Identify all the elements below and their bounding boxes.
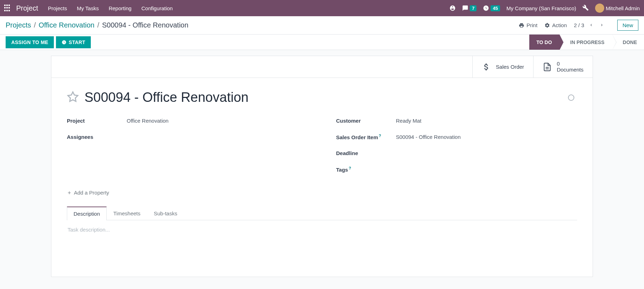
pager-next[interactable] — [598, 21, 605, 30]
label-project: Project — [67, 118, 127, 124]
value-project[interactable]: Office Renovation — [127, 118, 169, 124]
add-property-button[interactable]: Add a Property — [67, 190, 577, 196]
form-sheet: Sales Order 0 Documents S00094 - Office … — [51, 56, 593, 277]
control-bar: Projects / Office Renovation / S00094 - … — [0, 16, 644, 35]
menu-projects[interactable]: Projects — [48, 5, 67, 11]
user-menu[interactable]: Mitchell Admin — [595, 4, 640, 13]
form-fields: Project Office Renovation Customer Ready… — [67, 114, 577, 176]
stage-pills: TO DO IN PROGRESS DONE — [529, 35, 644, 50]
print-icon — [519, 23, 524, 28]
description-field[interactable]: Task description... — [67, 220, 577, 270]
pager-prev[interactable] — [588, 21, 595, 30]
tab-description[interactable]: Description — [67, 207, 107, 220]
label-tags: Tags? — [336, 166, 396, 173]
title-row: S00094 - Office Renovation — [67, 90, 577, 105]
documents-count: 0 — [557, 61, 583, 67]
plus-icon — [67, 190, 72, 195]
breadcrumb-root[interactable]: Projects — [6, 21, 31, 29]
chat-icon — [462, 5, 468, 11]
detail-tabs: Description Timesheets Sub-tasks — [67, 206, 577, 220]
chevron-left-icon — [589, 23, 593, 27]
app-brand: Project — [16, 4, 38, 12]
value-customer[interactable]: Ready Mat — [396, 118, 422, 124]
pager-value[interactable]: 2 / 3 — [574, 22, 584, 28]
support-icon[interactable] — [449, 5, 456, 11]
main-menu: Projects My Tasks Reporting Configuratio… — [48, 5, 173, 11]
top-nav: Project Projects My Tasks Reporting Conf… — [0, 0, 644, 16]
breadcrumb-current: S00094 - Office Renovation — [102, 21, 188, 29]
activities-count: 45 — [491, 5, 500, 11]
stat-buttons: Sales Order 0 Documents — [51, 56, 593, 78]
stat-sales-order[interactable]: Sales Order — [472, 56, 533, 78]
star-icon — [67, 91, 79, 103]
stage-todo[interactable]: TO DO — [529, 35, 560, 50]
stat-documents[interactable]: 0 Documents — [533, 56, 593, 78]
action-button[interactable]: Action — [544, 22, 567, 28]
tab-timesheets[interactable]: Timesheets — [107, 207, 147, 220]
stage-done[interactable]: DONE — [612, 35, 644, 50]
apps-icon[interactable] — [4, 5, 11, 12]
start-button[interactable]: START — [56, 36, 91, 48]
stage-in-progress[interactable]: IN PROGRESS — [560, 35, 612, 50]
help-icon[interactable]: ? — [349, 166, 351, 170]
favorite-star[interactable] — [67, 91, 79, 104]
debug-icon[interactable] — [582, 5, 589, 12]
print-button[interactable]: Print — [519, 22, 537, 28]
avatar — [595, 4, 604, 13]
top-right: 7 45 My Company (San Francisco) Mitchell… — [449, 4, 640, 13]
document-icon — [543, 62, 552, 72]
label-customer: Customer — [336, 118, 396, 124]
menu-my-tasks[interactable]: My Tasks — [77, 5, 99, 11]
breadcrumb: Projects / Office Renovation / S00094 - … — [6, 21, 188, 29]
clock-icon — [62, 40, 67, 45]
dollar-icon — [482, 62, 491, 72]
menu-reporting[interactable]: Reporting — [109, 5, 132, 11]
activities-indicator[interactable]: 45 — [483, 5, 500, 11]
gear-icon — [544, 23, 550, 28]
breadcrumb-parent[interactable]: Office Renovation — [39, 21, 95, 29]
label-assignees: Assignees — [67, 134, 127, 140]
menu-configuration[interactable]: Configuration — [141, 5, 173, 11]
chevron-right-icon — [600, 23, 604, 27]
tab-subtasks[interactable]: Sub-tasks — [147, 207, 184, 220]
messages-indicator[interactable]: 7 — [462, 5, 476, 11]
help-icon[interactable]: ? — [379, 134, 381, 138]
messages-count: 7 — [470, 5, 476, 11]
new-button[interactable]: New — [617, 20, 638, 31]
clock-icon — [483, 5, 489, 11]
label-so-item: Sales Order Item? — [336, 134, 396, 140]
assign-to-me-button[interactable]: ASSIGN TO ME — [6, 36, 54, 48]
company-selector[interactable]: My Company (San Francisco) — [506, 5, 576, 11]
user-name: Mitchell Admin — [606, 5, 640, 11]
task-title[interactable]: S00094 - Office Renovation — [84, 90, 562, 105]
pager: 2 / 3 — [574, 21, 605, 30]
label-deadline: Deadline — [336, 150, 396, 156]
priority-dot[interactable] — [568, 94, 574, 101]
status-bar: ASSIGN TO ME START TO DO IN PROGRESS DON… — [0, 35, 644, 50]
value-so-item[interactable]: S00094 - Office Renovation — [396, 134, 461, 140]
control-actions: Print Action 2 / 3 New — [519, 20, 638, 31]
